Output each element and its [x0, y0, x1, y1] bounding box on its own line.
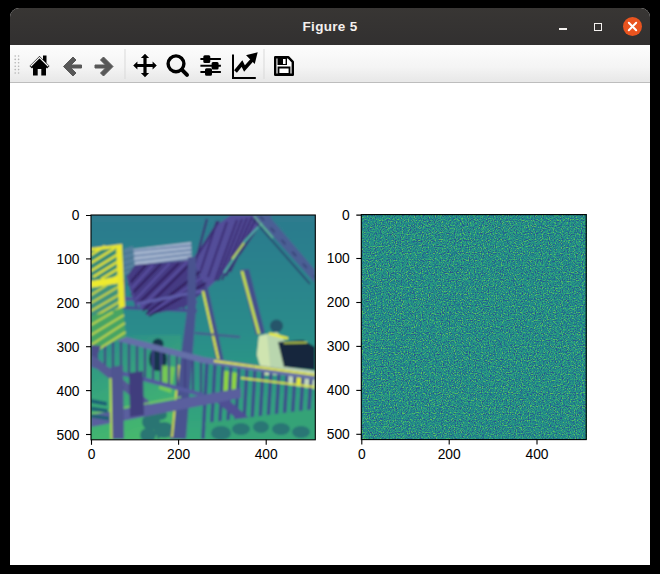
svg-text:300: 300	[327, 339, 350, 354]
svg-text:100: 100	[56, 251, 79, 266]
svg-text:500: 500	[56, 427, 79, 442]
svg-text:0: 0	[88, 447, 96, 462]
svg-text:300: 300	[56, 339, 79, 354]
svg-text:500: 500	[327, 427, 350, 442]
svg-text:200: 200	[327, 295, 350, 310]
svg-text:400: 400	[255, 447, 278, 462]
svg-text:400: 400	[56, 383, 79, 398]
svg-text:400: 400	[327, 383, 350, 398]
svg-text:200: 200	[438, 446, 461, 461]
svg-text:100: 100	[327, 251, 350, 266]
svg-text:200: 200	[56, 295, 79, 310]
svg-text:0: 0	[72, 208, 80, 223]
svg-text:0: 0	[342, 207, 350, 222]
svg-text:0: 0	[358, 446, 366, 461]
svg-text:200: 200	[167, 447, 190, 462]
svg-text:400: 400	[525, 446, 548, 461]
